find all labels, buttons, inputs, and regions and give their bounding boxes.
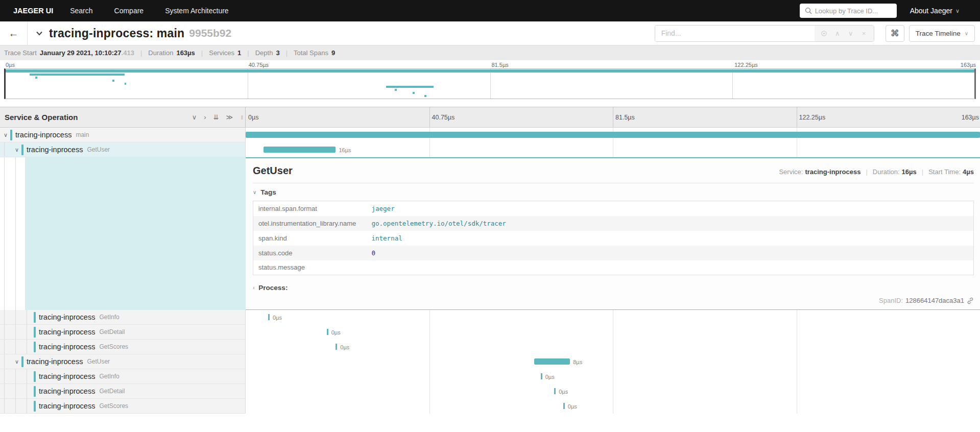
span-name-cell[interactable]: ∨tracing-inprocessmain [0, 128, 246, 142]
span-duration-bar[interactable] [327, 329, 328, 335]
tag-row: otel.instrumentation_library.namego.open… [253, 216, 974, 231]
collapse-all-icon[interactable]: ⇊ [213, 113, 219, 121]
span-name-cell[interactable]: ∨tracing-inprocessGetUser [0, 142, 246, 157]
span-expander-chevron-icon[interactable]: ∨ [2, 132, 9, 138]
trace-id-lookup-input[interactable] [815, 7, 892, 15]
expand-collapse-controls: ∨ › ⇊ ≫ [192, 113, 245, 121]
timeline-column-header: Service & Operation ∨ › ⇊ ≫ ‖ 0µs40.75µs… [0, 107, 980, 128]
span-detail-indent [0, 157, 246, 310]
span-id-row: SpanID: 128664147daca3a1 [253, 297, 974, 304]
span-duration-label: 0µs [340, 344, 349, 350]
nav-item-system-architecture[interactable]: System Architecture [154, 7, 240, 15]
find-input[interactable] [655, 26, 815, 41]
indent-guide [27, 310, 27, 324]
process-section-header[interactable]: › Process: [253, 284, 974, 292]
span-duration-bar[interactable] [246, 132, 980, 138]
trace-view-selector[interactable]: Trace Timeline ∨ [909, 25, 975, 42]
span-timeline-cell[interactable]: 0µs [246, 399, 980, 414]
span-duration-bar[interactable] [563, 403, 565, 409]
expand-all-icon[interactable]: ≫ [226, 113, 233, 121]
span-name-cell[interactable]: tracing-inprocessGetScores [0, 340, 246, 354]
tag-value [367, 260, 974, 275]
collapse-one-icon[interactable]: ∨ [192, 113, 197, 121]
selected-span-indent-block[interactable] [25, 157, 246, 310]
chevron-down-icon: ∨ [965, 31, 968, 36]
jaeger-logo[interactable]: JAEGER UI [7, 7, 59, 15]
span-duration-bar[interactable] [534, 358, 570, 365]
detail-meta-value: tracing-inprocess [805, 168, 861, 176]
span-name-cell[interactable]: tracing-inprocessGetScores [0, 399, 246, 414]
column-resize-grip[interactable]: ‖ [241, 114, 244, 120]
span-timeline-cell[interactable]: 0µs [246, 369, 980, 384]
indent-guide [15, 369, 16, 383]
span-name-cell[interactable]: ∨tracing-inprocessGetUser [0, 354, 246, 369]
service-operation-label: Service & Operation [0, 113, 192, 122]
span-name-cell[interactable]: tracing-inprocessGetInfo [0, 310, 246, 325]
minimap-span-bar [35, 77, 37, 79]
span-operation-name: GetDetail [99, 328, 125, 335]
span-operation-name: GetDetail [99, 388, 125, 395]
span-timeline-cell[interactable]: 8µs [246, 354, 980, 369]
axis-tick-label: 40.75µs [429, 114, 455, 121]
span-duration-label: 0µs [331, 329, 341, 335]
trace-id-lookup[interactable] [800, 4, 897, 18]
about-jaeger-menu[interactable]: About Jaeger ∨ [910, 7, 973, 15]
span-timeline-cell[interactable]: 0µs [246, 310, 980, 325]
chevron-down-icon: ∨ [955, 8, 960, 14]
span-operation-name: GetScores [99, 343, 128, 350]
span-operation-name: main [76, 131, 89, 138]
prev-match-icon[interactable]: ∧ [831, 30, 844, 37]
service-color-accent [34, 327, 36, 338]
span-timeline-cell[interactable]: 16µs [246, 142, 980, 157]
scroll-to-match-icon[interactable] [818, 30, 831, 37]
span-id-label: SpanID: [879, 297, 903, 304]
span-timeline-cell[interactable]: 0µs [246, 384, 980, 399]
timeline-minimap[interactable] [4, 68, 976, 99]
span-duration-bar[interactable] [264, 147, 336, 153]
summary-value: 1 [237, 49, 241, 57]
span-duration-bar[interactable] [268, 314, 270, 320]
nav-item-compare[interactable]: Compare [104, 7, 155, 15]
minimap-tick-label: 163µs [961, 62, 976, 68]
axis-tick-label: 122.25µs [797, 114, 826, 121]
detail-meta-label: Start Time: [928, 168, 961, 176]
span-row: tracing-inprocessGetInfo0µs [0, 369, 980, 384]
nav-item-search[interactable]: Search [59, 7, 103, 15]
span-duration-bar[interactable] [336, 344, 337, 350]
service-color-accent [34, 342, 36, 352]
span-name-cell[interactable]: tracing-inprocessGetDetail [0, 325, 246, 340]
span-duration-bar[interactable] [541, 373, 542, 379]
span-timeline-cell[interactable]: 0µs [246, 325, 980, 340]
span-name-cell[interactable]: tracing-inprocessGetInfo [0, 369, 246, 384]
tag-key: span.kind [253, 231, 367, 246]
span-expander-chevron-icon[interactable]: ∨ [13, 147, 20, 153]
span-service-name: tracing-inprocess [39, 387, 95, 395]
span-name-cell[interactable]: tracing-inprocessGetDetail [0, 384, 246, 399]
span-duration-bar[interactable] [554, 388, 556, 394]
detail-meta-separator: | [866, 168, 867, 176]
next-match-icon[interactable]: ∨ [844, 30, 857, 37]
link-icon[interactable] [967, 297, 974, 304]
span-row: tracing-inprocessGetScores0µs [0, 340, 980, 354]
back-button[interactable]: ← [0, 21, 28, 45]
minimap-span-bar [112, 80, 114, 82]
indent-guide [4, 142, 5, 157]
span-timeline-cell[interactable] [246, 128, 980, 142]
span-row: tracing-inprocessGetScores0µs [0, 399, 980, 414]
span-id-value: 128664147daca3a1 [905, 297, 964, 304]
timeline-axis-header: 0µs40.75µs81.5µs122.25µs163µs [246, 107, 980, 127]
axis-tick-label: 81.5µs [613, 114, 635, 121]
tag-value: internal [367, 231, 974, 246]
trace-page-header: ← tracing-inprocess: main 9955b92 ∧ ∨ × … [0, 21, 980, 45]
keyboard-shortcuts-button[interactable]: ⌘ [886, 25, 904, 42]
tags-section-header[interactable]: ∨ Tags [253, 188, 974, 196]
span-expander-chevron-icon[interactable]: ∨ [13, 358, 20, 365]
collapse-trace-chevron-icon[interactable] [35, 29, 44, 38]
indent-guide [27, 340, 27, 354]
clear-find-icon[interactable]: × [857, 30, 871, 37]
span-timeline-cell[interactable]: 0µs [246, 340, 980, 354]
minimap-tick-label: 81.5µs [490, 62, 509, 68]
expand-one-icon[interactable]: › [204, 113, 206, 121]
indent-guide [4, 399, 5, 413]
detail-meta-label: Service: [779, 168, 803, 176]
